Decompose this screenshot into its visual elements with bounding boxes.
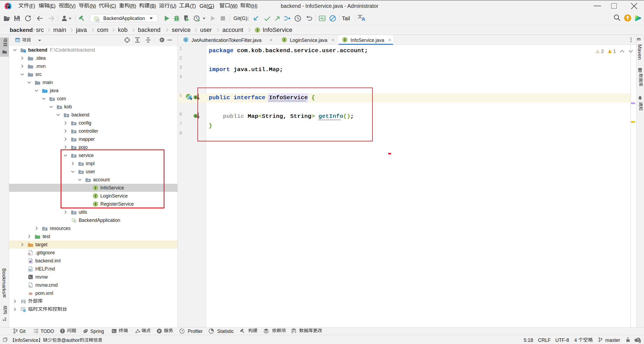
svg-text:I: I — [283, 38, 285, 42]
svg-text:!: ! — [609, 50, 610, 53]
svg-text:1: 1 — [613, 48, 616, 54]
svg-text:I: I — [195, 115, 196, 118]
svg-text:I: I — [256, 28, 259, 32]
svg-text:m: m — [29, 291, 32, 296]
svg-text:MD: MD — [28, 269, 31, 271]
svg-text:I: I — [195, 96, 196, 99]
svg-text:2: 2 — [601, 48, 604, 54]
svg-text:C: C — [185, 38, 187, 42]
svg-text:I: I — [344, 38, 346, 42]
svg-text:!: ! — [597, 50, 598, 53]
svg-text:?: ? — [637, 338, 639, 342]
